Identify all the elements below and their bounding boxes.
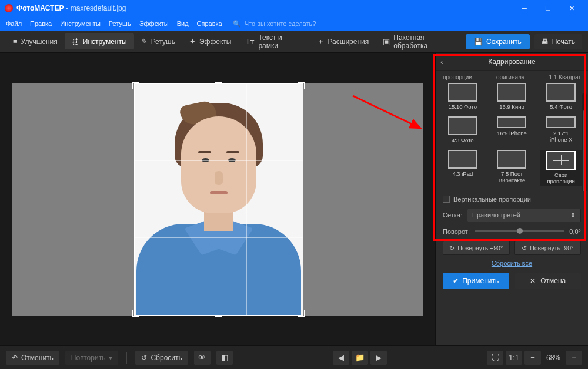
floppy-icon: 💾 bbox=[474, 38, 483, 46]
toolbar: ≡Улучшения ⿻Инструменты ✎Ретушь ✦Эффекты… bbox=[0, 31, 588, 53]
search-icon: 🔍 bbox=[233, 20, 241, 28]
apply-button[interactable]: ✔Применить bbox=[443, 273, 509, 289]
file-name: - maxresdefault.jpg bbox=[66, 4, 126, 12]
minus-icon: − bbox=[530, 353, 535, 362]
rotate-cw-icon: ↻ bbox=[449, 244, 455, 251]
cancel-button[interactable]: ✕Отмена bbox=[515, 273, 582, 289]
save-button[interactable]: 💾Сохранить bbox=[466, 34, 530, 49]
print-button[interactable]: 🖶Печать bbox=[534, 34, 582, 49]
tab-enhance[interactable]: ≡Улучшения bbox=[6, 33, 65, 49]
fit-screen-button[interactable]: ⛶ bbox=[487, 351, 503, 365]
crop-handle-tr[interactable] bbox=[298, 82, 305, 89]
folder-icon: 📁 bbox=[355, 353, 365, 362]
preset-top-c: 1:1 Квадрат bbox=[549, 74, 581, 80]
tab-effects[interactable]: ✦Эффекты bbox=[182, 33, 239, 49]
preset-16-9-iphone[interactable]: 16:9 iPhone bbox=[491, 116, 533, 144]
zoom-value: 68% bbox=[543, 354, 563, 362]
text-icon: Tᴛ bbox=[245, 37, 255, 46]
tab-retouch[interactable]: ✎Ретушь bbox=[134, 33, 182, 49]
nav-folder-button[interactable]: 📁 bbox=[352, 351, 368, 365]
grid-select[interactable]: Правило третей ⇕ bbox=[467, 209, 581, 222]
rotation-slider[interactable] bbox=[475, 230, 564, 232]
right-panel: ‹ Кадрирование пропорции оригинала 1:1 К… bbox=[435, 53, 588, 345]
preset-area: пропорции оригинала 1:1 Квадрат 15:10 Фо… bbox=[436, 71, 588, 191]
reset-button[interactable]: ↺Сбросить bbox=[135, 351, 188, 365]
fit-icon: ⛶ bbox=[492, 353, 499, 362]
back-button[interactable]: ‹ bbox=[440, 57, 443, 66]
x-icon: ✕ bbox=[530, 277, 536, 285]
eye-icon: 👁 bbox=[198, 353, 206, 362]
eye-toggle-button[interactable]: 👁 bbox=[194, 351, 211, 365]
image-background bbox=[12, 83, 423, 316]
preset-15-10[interactable]: 15:10 Фото bbox=[442, 83, 484, 110]
crop-handle-br[interactable] bbox=[298, 310, 305, 317]
compare-icon: ◧ bbox=[221, 353, 228, 362]
chevron-updown-icon: ⇕ bbox=[570, 212, 576, 219]
photo-content bbox=[135, 84, 303, 315]
undo-icon: ↶ bbox=[12, 354, 18, 362]
preset-5-4[interactable]: 5:4 Фото bbox=[540, 83, 582, 110]
sliders-icon: ≡ bbox=[13, 37, 18, 46]
redo-button[interactable]: Повторить ▾ bbox=[65, 351, 119, 365]
rotate-plus90-button[interactable]: ↻Повернуть +90° bbox=[443, 241, 510, 255]
menu-tools[interactable]: Инструменты bbox=[56, 19, 104, 28]
menu-help[interactable]: Справка bbox=[193, 19, 226, 28]
preset-iphonex[interactable]: 2.17:1 iPhone X bbox=[540, 116, 582, 144]
zoom-out-button[interactable]: − bbox=[524, 351, 541, 365]
crop-icon: ⿻ bbox=[72, 37, 79, 46]
rotation-label: Поворот: bbox=[443, 228, 470, 235]
preset-vk[interactable]: 7:5 Пост ВКонтакте bbox=[491, 150, 533, 186]
crop-handle-tl[interactable] bbox=[132, 82, 139, 89]
vertical-proportions-checkbox[interactable]: Вертикальные пропорции bbox=[443, 196, 581, 203]
search-input[interactable] bbox=[245, 20, 350, 27]
panel-header: ‹ Кадрирование bbox=[436, 53, 588, 71]
preset-16-9[interactable]: 16:9 Кино bbox=[491, 83, 533, 110]
plus-icon: ＋ bbox=[570, 353, 578, 363]
crop-handle-mt[interactable] bbox=[215, 82, 222, 89]
menu-retouch[interactable]: Ретушь bbox=[105, 19, 135, 28]
preset-custom[interactable]: Свои пропорции bbox=[540, 150, 582, 186]
ratio-button[interactable]: 1:1 bbox=[506, 351, 522, 365]
menu-view[interactable]: Вид bbox=[173, 19, 192, 28]
rotate-minus90-button[interactable]: ↺Повернуть -90° bbox=[514, 241, 582, 255]
crop-selection[interactable] bbox=[134, 83, 303, 316]
sparkle-icon: ✦ bbox=[189, 37, 196, 46]
tab-tools[interactable]: ⿻Инструменты bbox=[65, 33, 134, 49]
preset-scrollbar[interactable] bbox=[582, 93, 587, 191]
tab-text[interactable]: TᴛТекст и рамки bbox=[238, 30, 309, 53]
tab-batch[interactable]: ▣Пакетная обработка bbox=[376, 30, 466, 53]
menubar: Файл Правка Инструменты Ретушь Эффекты В… bbox=[0, 16, 588, 31]
app-logo-icon bbox=[5, 4, 13, 12]
reset-icon: ↺ bbox=[141, 354, 147, 362]
rotation-value: 0,0° bbox=[569, 228, 581, 235]
nav-prev-button[interactable]: ◀ bbox=[333, 351, 349, 365]
panel-title: Кадрирование bbox=[488, 58, 535, 66]
minimize-button[interactable]: ─ bbox=[513, 0, 536, 16]
bottombar: ↶Отменить Повторить ▾ ↺Сбросить 👁 ◧ ◀ 📁 … bbox=[0, 345, 588, 369]
menu-effects[interactable]: Эффекты bbox=[136, 19, 172, 28]
plus-icon: ＋ bbox=[317, 36, 325, 47]
tab-extensions[interactable]: ＋Расширения bbox=[310, 33, 376, 51]
printer-icon: 🖶 bbox=[542, 38, 549, 46]
nav-next-button[interactable]: ▶ bbox=[370, 351, 387, 365]
checkbox-icon bbox=[443, 196, 450, 203]
chevron-down-icon: ▾ bbox=[109, 354, 112, 362]
reset-all-link[interactable]: Сбросить все bbox=[443, 260, 581, 267]
compare-button[interactable]: ◧ bbox=[216, 351, 233, 365]
crop-handle-mb[interactable] bbox=[215, 310, 222, 317]
menu-edit[interactable]: Правка bbox=[26, 19, 55, 28]
preset-top-b: оригинала bbox=[496, 74, 524, 80]
crop-handle-bl[interactable] bbox=[132, 310, 139, 317]
menu-file[interactable]: Файл bbox=[2, 19, 25, 28]
maximize-button[interactable]: ☐ bbox=[536, 0, 560, 16]
stack-icon: ▣ bbox=[383, 37, 390, 46]
zoom-in-button[interactable]: ＋ bbox=[566, 351, 582, 365]
grid-label: Сетка: bbox=[443, 212, 462, 219]
undo-button[interactable]: ↶Отменить bbox=[6, 351, 59, 365]
canvas-area[interactable] bbox=[0, 53, 435, 345]
preset-4-3[interactable]: 4:3 Фото bbox=[442, 116, 484, 144]
preset-4-3-ipad[interactable]: 4:3 iPad bbox=[442, 150, 484, 186]
check-icon: ✔ bbox=[453, 277, 459, 285]
close-button[interactable]: ✕ bbox=[560, 0, 583, 16]
app-name: ФотоМАСТЕР bbox=[16, 4, 64, 12]
